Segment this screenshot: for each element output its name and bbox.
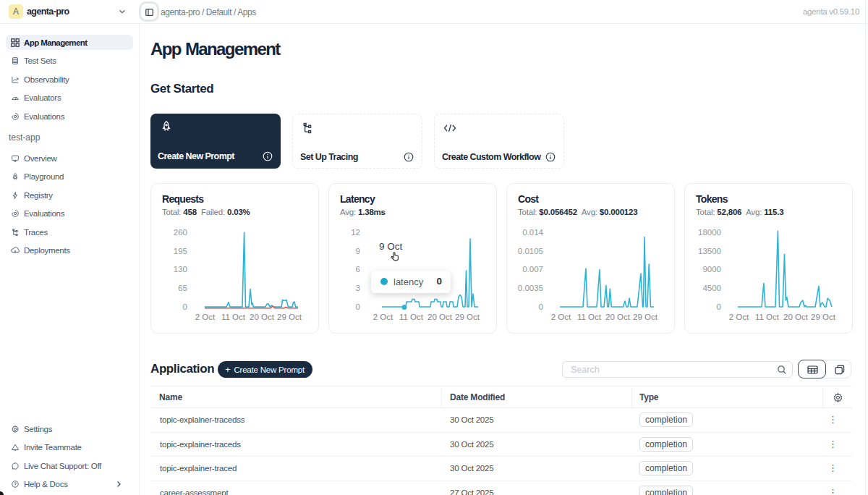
svg-text:0.0105: 0.0105 xyxy=(518,247,543,255)
svg-text:20 Oct: 20 Oct xyxy=(427,313,453,321)
svg-text:29 Oct: 29 Oct xyxy=(633,313,658,321)
svg-text:6: 6 xyxy=(356,265,360,274)
svg-text:0.007: 0.007 xyxy=(522,265,543,274)
svg-text:11 Oct: 11 Oct xyxy=(577,313,602,321)
svg-text:2 Oct: 2 Oct xyxy=(729,313,749,321)
svg-text:0.0035: 0.0035 xyxy=(518,284,543,292)
svg-text:29 Oct: 29 Oct xyxy=(455,313,480,321)
svg-text:3: 3 xyxy=(356,284,360,292)
svg-text:18000: 18000 xyxy=(698,228,721,237)
svg-text:20 Oct: 20 Oct xyxy=(783,313,809,321)
svg-text:2 Oct: 2 Oct xyxy=(195,313,216,321)
svg-text:2 Oct: 2 Oct xyxy=(551,313,571,321)
svg-text:9000: 9000 xyxy=(702,265,721,274)
svg-text:0.014: 0.014 xyxy=(522,228,543,237)
svg-text:11 Oct: 11 Oct xyxy=(221,313,246,321)
svg-text:29 Oct: 29 Oct xyxy=(811,313,836,321)
svg-text:195: 195 xyxy=(174,247,187,255)
svg-text:0: 0 xyxy=(183,302,187,311)
svg-text:130: 130 xyxy=(174,265,187,274)
svg-text:0: 0 xyxy=(356,302,360,311)
svg-text:20 Oct: 20 Oct xyxy=(250,313,275,321)
svg-text:13500: 13500 xyxy=(698,247,721,255)
svg-text:260: 260 xyxy=(174,228,187,237)
svg-text:11 Oct: 11 Oct xyxy=(755,313,780,321)
svg-text:12: 12 xyxy=(351,228,360,237)
svg-text:20 Oct: 20 Oct xyxy=(605,313,631,321)
svg-text:2 Oct: 2 Oct xyxy=(373,313,393,321)
svg-text:9: 9 xyxy=(356,247,360,255)
svg-text:29 Oct: 29 Oct xyxy=(277,313,302,321)
svg-text:4500: 4500 xyxy=(702,284,721,292)
svg-text:0: 0 xyxy=(717,302,721,311)
svg-text:65: 65 xyxy=(178,284,187,292)
svg-text:0: 0 xyxy=(539,302,543,311)
svg-text:11 Oct: 11 Oct xyxy=(399,313,424,321)
